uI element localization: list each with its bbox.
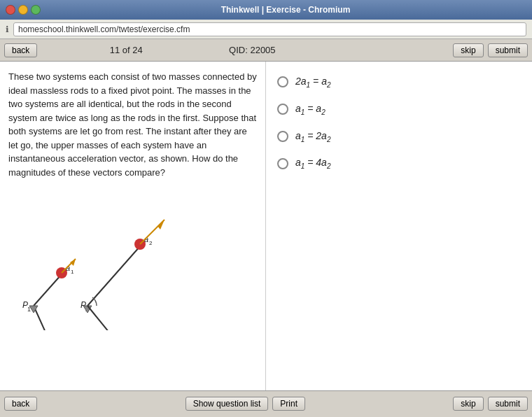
svg-line-10: [88, 306, 133, 330]
window-controls[interactable]: [6, 5, 41, 15]
title-bar: Thinkwell | Exercise - Chromium: [0, 0, 532, 20]
info-icon: ℹ: [6, 24, 9, 34]
radio-c[interactable]: [277, 131, 288, 142]
skip-button-bottom[interactable]: skip: [453, 397, 483, 411]
address-bar: ℹ: [0, 20, 532, 39]
svg-line-2: [34, 306, 52, 330]
svg-marker-13: [158, 220, 164, 229]
svg-line-0: [34, 274, 62, 306]
answer-option-a[interactable]: 2a1 = a2: [277, 76, 521, 89]
maximize-button[interactable]: [31, 5, 41, 15]
print-button[interactable]: Print: [272, 397, 305, 411]
back-button-bottom[interactable]: back: [4, 397, 37, 411]
main-content: These two systems each consist of two ma…: [0, 62, 532, 390]
radio-d[interactable]: [277, 158, 288, 169]
bottom-bar: back Show question list Print skip submi…: [0, 390, 532, 416]
minimize-button[interactable]: [18, 5, 28, 15]
answer-option-d[interactable]: a1 = 4a2: [277, 157, 521, 170]
physics-diagram: P 1 a 1 P 2: [14, 190, 252, 330]
question-id: QID: 22005: [229, 45, 276, 55]
window-title: Thinkwell | Exercise - Chromium: [45, 5, 526, 15]
radio-a[interactable]: [277, 76, 288, 87]
right-panel: 2a1 = a2 a1 = a2 a1 = 2a2 a1 = 4a2: [266, 62, 532, 390]
submit-button-bottom[interactable]: submit: [488, 397, 528, 411]
submit-button-top[interactable]: submit: [488, 43, 528, 57]
question-text: These two systems each consist of two ma…: [8, 70, 257, 179]
answer-text-d: a1 = 4a2: [295, 157, 330, 170]
a2-subscript: 2: [149, 240, 153, 246]
answer-text-b: a1 = a2: [295, 103, 326, 116]
close-button[interactable]: [6, 5, 15, 15]
back-button-top[interactable]: back: [4, 43, 37, 57]
skip-button-top[interactable]: skip: [453, 43, 483, 57]
diagram-area: P 1 a 1 P 2: [8, 190, 257, 330]
answer-option-c[interactable]: a1 = 2a2: [277, 130, 521, 143]
page-position: 11 of 24: [43, 45, 209, 55]
answer-option-b[interactable]: a1 = a2: [277, 103, 521, 116]
answer-text-c: a1 = 2a2: [295, 130, 330, 143]
answer-text-a: 2a1 = a2: [295, 76, 330, 89]
radio-b[interactable]: [277, 104, 288, 115]
nav-bar: back 11 of 24 QID: 22005 skip submit: [0, 39, 532, 62]
svg-marker-6: [70, 259, 76, 266]
left-panel: These two systems each consist of two ma…: [0, 62, 266, 390]
svg-line-8: [88, 246, 140, 306]
a1-subscript: 1: [71, 269, 74, 275]
address-input[interactable]: [13, 22, 526, 36]
show-questions-button[interactable]: Show question list: [186, 397, 269, 411]
